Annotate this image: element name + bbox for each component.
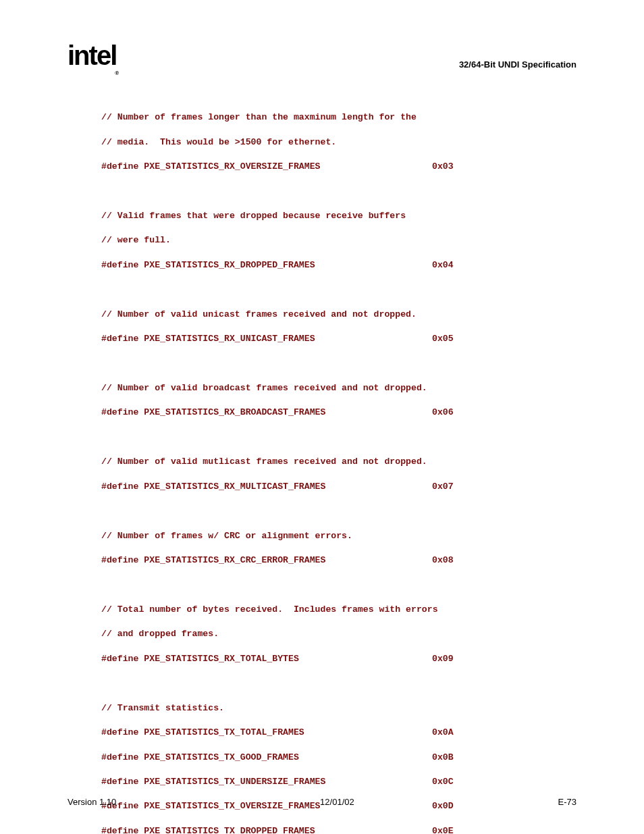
code-listing: // Number of frames longer than the maxm… [101, 99, 576, 834]
define-name: #define PXE_STATISTICS_TX_UNDERSIZE_FRAM… [101, 776, 432, 788]
comment: // Total number of bytes received. Inclu… [101, 604, 576, 616]
define-name: #define PXE_STATISTICS_TX_TOTAL_FRAMES [101, 727, 432, 739]
comment: // Number of frames w/ CRC or alignment … [101, 530, 576, 542]
define-name: #define PXE_STATISTICS_RX_MULTICAST_FRAM… [101, 481, 432, 493]
footer: Version 1.10 12/01/02 E-73 [68, 797, 576, 807]
define-value: 0x0C [432, 776, 454, 788]
define-value: 0x09 [432, 653, 454, 665]
intel-logo: intel® [68, 41, 119, 72]
define-value: 0x03 [432, 161, 454, 173]
header: intel® 32/64-Bit UNDI Specification [68, 41, 576, 72]
comment: // media. This would be >1500 for ethern… [101, 136, 576, 149]
define-value: 0x0E [432, 825, 454, 834]
comment: // Number of valid broadcast frames rece… [101, 382, 576, 394]
define-value: 0x08 [432, 554, 454, 567]
comment: // Number of valid mutlicast frames rece… [101, 456, 576, 468]
define-name: #define PXE_STATISTICS_RX_DROPPED_FRAMES [101, 259, 432, 271]
footer-version: Version 1.10 [68, 797, 116, 807]
define-value: 0x05 [432, 333, 454, 345]
define-value: 0x0A [432, 727, 454, 739]
define-name: #define PXE_STATISTICS_RX_TOTAL_BYTES [101, 653, 432, 665]
define-value: 0x06 [432, 407, 454, 419]
define-name: #define PXE_STATISTICS_RX_BROADCAST_FRAM… [101, 407, 432, 419]
define-name: #define PXE_STATISTICS_RX_UNICAST_FRAMES [101, 333, 432, 345]
comment: // Valid frames that were dropped becaus… [101, 210, 576, 222]
define-name: #define PXE_STATISTICS_RX_CRC_ERROR_FRAM… [101, 554, 432, 567]
comment: // were full. [101, 234, 576, 246]
comment: // Number of frames longer than the maxm… [101, 111, 576, 124]
define-name: #define PXE_STATISTICS_TX_GOOD_FRAMES [101, 752, 432, 764]
comment: // Number of valid unicast frames receiv… [101, 309, 576, 321]
define-value: 0x0B [432, 752, 454, 764]
footer-date: 12/01/02 [320, 797, 354, 807]
define-value: 0x04 [432, 259, 454, 271]
footer-page: E-73 [558, 797, 576, 807]
define-value: 0x07 [432, 481, 454, 493]
comment: // Transmit statistics. [101, 702, 576, 714]
document-title: 32/64-Bit UNDI Specification [459, 59, 576, 70]
define-name: #define PXE_STATISTICS_RX_OVERSIZE_FRAME… [101, 161, 432, 173]
define-name: #define PXE_STATISTICS_TX_DROPPED_FRAMES [101, 825, 432, 834]
comment: // and dropped frames. [101, 628, 576, 640]
